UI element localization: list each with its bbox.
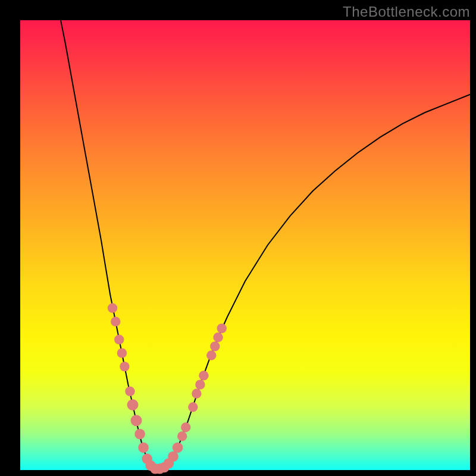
data-marker bbox=[138, 442, 149, 453]
data-markers bbox=[108, 303, 227, 474]
data-marker bbox=[125, 387, 134, 396]
data-marker bbox=[120, 362, 129, 371]
data-marker bbox=[117, 348, 127, 358]
data-marker bbox=[199, 371, 208, 380]
data-marker bbox=[108, 303, 117, 313]
data-marker bbox=[131, 415, 142, 426]
plot-area bbox=[20, 20, 470, 470]
data-marker bbox=[111, 317, 120, 326]
curve-svg bbox=[20, 20, 470, 470]
bottleneck-curve bbox=[61, 20, 470, 469]
data-marker bbox=[181, 422, 190, 432]
data-marker bbox=[192, 389, 201, 398]
data-marker bbox=[127, 399, 139, 411]
data-marker bbox=[114, 335, 124, 345]
data-marker bbox=[217, 324, 227, 333]
data-marker bbox=[188, 402, 198, 412]
data-marker bbox=[134, 429, 145, 440]
data-marker bbox=[195, 380, 205, 389]
data-marker bbox=[213, 333, 223, 342]
data-marker bbox=[210, 342, 220, 351]
watermark-text: TheBottleneck.com bbox=[343, 4, 470, 20]
chart-frame: TheBottleneck.com bbox=[0, 0, 476, 476]
data-marker bbox=[206, 350, 216, 360]
data-marker bbox=[177, 431, 187, 441]
data-marker bbox=[173, 442, 183, 453]
data-marker bbox=[168, 452, 178, 462]
